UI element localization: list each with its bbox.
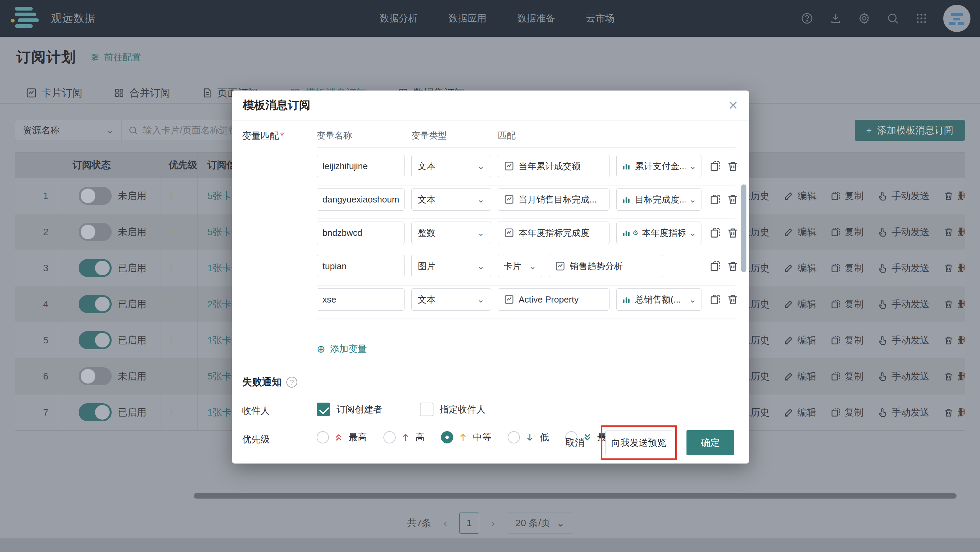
priority-option[interactable]: 高 — [383, 431, 425, 443]
row-action[interactable]: 删除 — [943, 190, 965, 203]
delete-row-icon[interactable] — [726, 193, 739, 206]
row-action[interactable]: 手动发送 — [877, 370, 930, 383]
nav-menu-item[interactable]: 云市场 — [586, 12, 615, 25]
goto-config-link[interactable]: 前往配置 — [90, 51, 141, 63]
row-action[interactable]: 复制 — [830, 298, 864, 311]
delete-row-icon[interactable] — [726, 260, 739, 273]
match-card-field[interactable]: 销售趋势分析 — [549, 255, 663, 278]
match-card-field[interactable]: 当月销售目标完成... — [498, 188, 609, 211]
checkbox[interactable] — [317, 403, 330, 416]
search-icon[interactable] — [886, 11, 900, 25]
confirm-button[interactable]: 确定 — [686, 430, 734, 455]
row-action[interactable]: 手动发送 — [877, 406, 930, 419]
row-action[interactable]: 删除 — [943, 262, 965, 274]
variable-type-select[interactable]: 文本 ⌄ — [411, 288, 491, 311]
send-preview-button[interactable]: 向我发送预览 — [605, 430, 672, 455]
priority-option[interactable]: 低 — [508, 431, 549, 443]
row-action[interactable]: 编辑 — [783, 298, 816, 311]
page-number-button[interactable]: 1 — [459, 512, 479, 534]
checkbox[interactable] — [420, 403, 433, 416]
metric-select[interactable]: ⚙ 本年度指标... ⌄ — [616, 222, 702, 244]
copy-row-icon[interactable] — [709, 226, 722, 239]
row-action[interactable]: 复制 — [830, 334, 864, 347]
status-toggle[interactable] — [79, 295, 112, 313]
close-icon[interactable]: ✕ — [728, 99, 738, 112]
variable-type-select[interactable]: 文本 ⌄ — [411, 155, 491, 177]
avatar[interactable] — [943, 5, 970, 32]
radio[interactable] — [508, 431, 520, 443]
match-card-field[interactable]: 当年累计成交额 — [498, 155, 609, 177]
status-toggle[interactable] — [79, 259, 112, 277]
match-card-field[interactable]: 本年度指标完成度 — [498, 222, 609, 244]
variable-type-select[interactable]: 图片 ⌄ — [411, 255, 491, 278]
variable-type-select[interactable]: 文本 ⌄ — [411, 188, 491, 211]
brand-logo-icon[interactable] — [10, 6, 40, 31]
copy-row-icon[interactable] — [709, 193, 722, 206]
tab[interactable]: 合并订阅 — [114, 83, 170, 103]
delete-row-icon[interactable] — [726, 293, 739, 306]
row-action[interactable]: 删除 — [943, 406, 965, 419]
next-page-icon[interactable]: › — [492, 517, 495, 529]
apps-grid-icon[interactable] — [915, 11, 928, 25]
help-icon[interactable] — [800, 11, 814, 25]
row-action[interactable]: 编辑 — [783, 406, 816, 419]
priority-option[interactable]: 最高 — [317, 431, 367, 443]
resource-type-select[interactable]: 资源名称 ⌄ — [15, 120, 121, 141]
variable-name-input[interactable] — [317, 161, 404, 171]
nav-menu-item[interactable]: 数据应用 — [449, 12, 487, 25]
row-action[interactable]: 编辑 — [783, 370, 816, 383]
add-variable-link[interactable]: ⊕ 添加变量 — [317, 343, 367, 355]
page-size-select[interactable]: 20 条/页 ⌄ — [507, 512, 573, 534]
row-action[interactable]: 编辑 — [783, 190, 816, 203]
variable-type-select[interactable]: 整数 ⌄ — [411, 222, 491, 244]
tab[interactable]: 卡片订阅 — [26, 83, 83, 103]
recipient-checkbox-item[interactable]: 订阅创建者 — [317, 403, 382, 416]
resource-kind-select[interactable]: 卡片 ⌄ — [498, 255, 542, 278]
row-action[interactable]: 复制 — [830, 226, 864, 239]
copy-row-icon[interactable] — [709, 260, 722, 273]
radio[interactable] — [383, 431, 396, 443]
add-template-subscription-button[interactable]: + 添加模板消息订阅 — [855, 120, 965, 141]
row-action[interactable]: 手动发送 — [877, 298, 930, 311]
row-action[interactable]: 编辑 — [783, 262, 816, 274]
download-icon[interactable] — [829, 11, 842, 25]
row-action[interactable]: 手动发送 — [877, 190, 930, 203]
nav-menu-item[interactable]: 数据分析 — [380, 12, 418, 25]
variable-name-input[interactable] — [317, 228, 404, 238]
row-action[interactable]: 手动发送 — [877, 226, 930, 239]
status-toggle[interactable] — [79, 403, 112, 421]
row-action[interactable]: 手动发送 — [877, 262, 930, 274]
row-action[interactable]: 删除 — [943, 334, 965, 347]
metric-select[interactable]: 累计支付金... ⌄ — [616, 155, 702, 177]
modal-scrollbar-thumb[interactable] — [741, 184, 746, 272]
status-toggle[interactable] — [79, 223, 112, 241]
row-action[interactable]: 编辑 — [783, 226, 816, 239]
radio[interactable] — [441, 431, 453, 443]
nav-menu-item[interactable]: 数据准备 — [517, 12, 555, 25]
metric-select[interactable]: 目标完成度... ⌄ — [616, 188, 702, 211]
row-action[interactable]: 手动发送 — [877, 334, 930, 347]
cancel-button[interactable]: 取消 — [562, 436, 588, 449]
status-toggle[interactable] — [79, 187, 112, 205]
variable-name-input[interactable] — [317, 294, 404, 305]
metric-select[interactable]: 总销售额(... ⌄ — [616, 288, 702, 311]
row-action[interactable]: 删除 — [943, 226, 965, 239]
status-toggle[interactable] — [79, 367, 112, 385]
row-action[interactable]: 编辑 — [783, 334, 816, 347]
help-circle-icon[interactable]: ? — [286, 377, 297, 388]
match-card-field[interactable]: Active Property — [498, 288, 609, 311]
variable-name-input[interactable] — [317, 194, 404, 205]
gear-icon[interactable] — [858, 11, 871, 25]
delete-row-icon[interactable] — [726, 226, 739, 239]
radio[interactable] — [317, 431, 329, 443]
prev-page-icon[interactable]: ‹ — [444, 517, 447, 529]
status-toggle[interactable] — [79, 331, 112, 349]
row-action[interactable]: 复制 — [830, 190, 864, 203]
row-action[interactable]: 删除 — [943, 370, 965, 383]
delete-row-icon[interactable] — [726, 160, 739, 173]
variable-name-input[interactable] — [317, 261, 404, 271]
row-action[interactable]: 复制 — [830, 406, 864, 419]
copy-row-icon[interactable] — [709, 160, 722, 173]
row-action[interactable]: 复制 — [830, 262, 864, 274]
row-action[interactable]: 删除 — [943, 298, 965, 311]
